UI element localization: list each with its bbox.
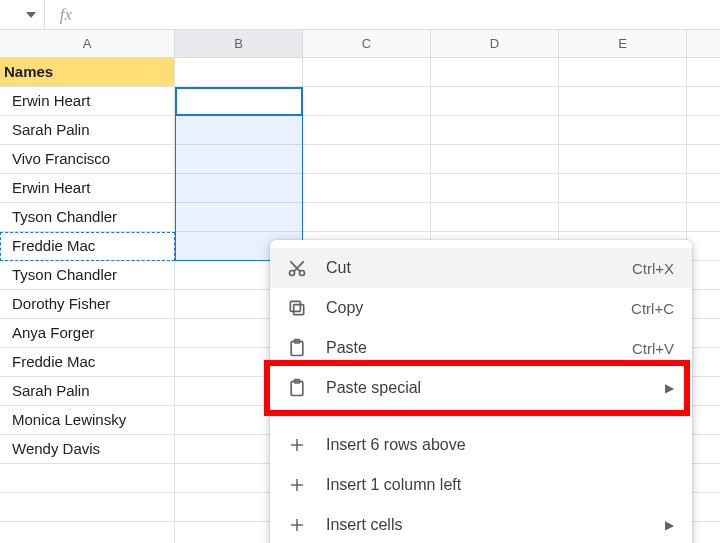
- cell[interactable]: [687, 203, 720, 232]
- menu-label: Cut: [326, 259, 632, 277]
- menu-label: Paste special: [326, 379, 657, 397]
- cell[interactable]: [431, 203, 559, 232]
- menu-item-paste[interactable]: Paste Ctrl+V: [270, 328, 692, 368]
- cell[interactable]: Sarah Palin: [0, 116, 175, 145]
- cut-icon: [286, 257, 308, 279]
- cell[interactable]: [0, 464, 175, 493]
- menu-label: Insert 1 column left: [326, 476, 674, 494]
- menu-shortcut: Ctrl+X: [632, 260, 674, 277]
- cell[interactable]: [303, 174, 431, 203]
- cell[interactable]: [0, 493, 175, 522]
- fx-icon: fx: [45, 0, 87, 29]
- cell[interactable]: Freddie Mac: [0, 232, 175, 261]
- cell[interactable]: [431, 87, 559, 116]
- paste-icon: [286, 337, 308, 359]
- menu-shortcut: Ctrl+C: [631, 300, 674, 317]
- cell[interactable]: [0, 522, 175, 543]
- chevron-right-icon: ▶: [665, 381, 674, 395]
- cell[interactable]: [559, 174, 687, 203]
- menu-item-cut[interactable]: Cut Ctrl+X: [270, 248, 692, 288]
- cell[interactable]: [303, 58, 431, 87]
- column-header-a[interactable]: A: [0, 30, 175, 57]
- svg-rect-3: [290, 301, 300, 311]
- plus-icon: [286, 474, 308, 496]
- table-row: Names: [0, 58, 720, 87]
- table-row: Vivo Francisco: [0, 145, 720, 174]
- svg-rect-2: [294, 305, 304, 315]
- cell[interactable]: [559, 58, 687, 87]
- cell[interactable]: [687, 58, 720, 87]
- cell[interactable]: [175, 58, 303, 87]
- cell[interactable]: Sarah Palin: [0, 377, 175, 406]
- cell[interactable]: [303, 116, 431, 145]
- cell[interactable]: Wendy Davis: [0, 435, 175, 464]
- cell[interactable]: Anya Forger: [0, 319, 175, 348]
- formula-input[interactable]: [87, 0, 720, 29]
- menu-label: Paste: [326, 339, 632, 357]
- cell[interactable]: Tyson Chandler: [0, 261, 175, 290]
- copy-icon: [286, 297, 308, 319]
- plus-icon: [286, 514, 308, 536]
- column-headers: A B C D E: [0, 30, 720, 58]
- plus-icon: [286, 434, 308, 456]
- menu-separator: [270, 416, 692, 417]
- cell[interactable]: Vivo Francisco: [0, 145, 175, 174]
- cell[interactable]: [175, 116, 303, 145]
- cell[interactable]: [303, 87, 431, 116]
- cell[interactable]: Erwin Heart: [0, 174, 175, 203]
- chevron-down-icon: [26, 12, 36, 18]
- svg-point-0: [290, 271, 295, 276]
- cell[interactable]: [303, 145, 431, 174]
- cell[interactable]: [559, 145, 687, 174]
- cell[interactable]: [559, 203, 687, 232]
- column-header-b[interactable]: B: [175, 30, 303, 57]
- name-box-dropdown[interactable]: [0, 0, 45, 29]
- menu-item-insert-cells[interactable]: Insert cells ▶: [270, 505, 692, 543]
- column-header-e[interactable]: E: [559, 30, 687, 57]
- cell[interactable]: [303, 203, 431, 232]
- menu-item-paste-special[interactable]: Paste special ▶: [270, 368, 692, 408]
- cell[interactable]: [559, 87, 687, 116]
- cell[interactable]: [431, 58, 559, 87]
- table-row: Erwin Heart: [0, 87, 720, 116]
- menu-label: Insert cells: [326, 516, 657, 534]
- cell[interactable]: [431, 116, 559, 145]
- paste-icon: [286, 377, 308, 399]
- column-header-f[interactable]: [687, 30, 720, 57]
- cell[interactable]: [431, 174, 559, 203]
- svg-point-1: [300, 271, 305, 276]
- cell[interactable]: [687, 174, 720, 203]
- context-menu: Cut Ctrl+X Copy Ctrl+C Paste Ctrl+V Past…: [270, 240, 692, 543]
- menu-label: Insert 6 rows above: [326, 436, 674, 454]
- cell[interactable]: [687, 116, 720, 145]
- cell[interactable]: Tyson Chandler: [0, 203, 175, 232]
- cell[interactable]: [175, 203, 303, 232]
- cell[interactable]: Freddie Mac: [0, 348, 175, 377]
- cell[interactable]: Erwin Heart: [0, 87, 175, 116]
- cell[interactable]: [431, 145, 559, 174]
- cell-a1[interactable]: Names: [0, 58, 175, 87]
- cell[interactable]: [559, 116, 687, 145]
- formula-bar: fx: [0, 0, 720, 30]
- chevron-right-icon: ▶: [665, 518, 674, 532]
- cell[interactable]: [687, 145, 720, 174]
- cell[interactable]: [687, 87, 720, 116]
- cell[interactable]: [175, 145, 303, 174]
- cell[interactable]: Dorothy Fisher: [0, 290, 175, 319]
- table-row: Sarah Palin: [0, 116, 720, 145]
- table-row: Tyson Chandler: [0, 203, 720, 232]
- menu-shortcut: Ctrl+V: [632, 340, 674, 357]
- menu-item-insert-rows[interactable]: Insert 6 rows above: [270, 425, 692, 465]
- menu-item-insert-column[interactable]: Insert 1 column left: [270, 465, 692, 505]
- menu-label: Copy: [326, 299, 631, 317]
- cell[interactable]: Monica Lewinsky: [0, 406, 175, 435]
- menu-item-copy[interactable]: Copy Ctrl+C: [270, 288, 692, 328]
- cell[interactable]: [175, 174, 303, 203]
- table-row: Erwin Heart: [0, 174, 720, 203]
- cell[interactable]: [175, 87, 303, 116]
- column-header-d[interactable]: D: [431, 30, 559, 57]
- column-header-c[interactable]: C: [303, 30, 431, 57]
